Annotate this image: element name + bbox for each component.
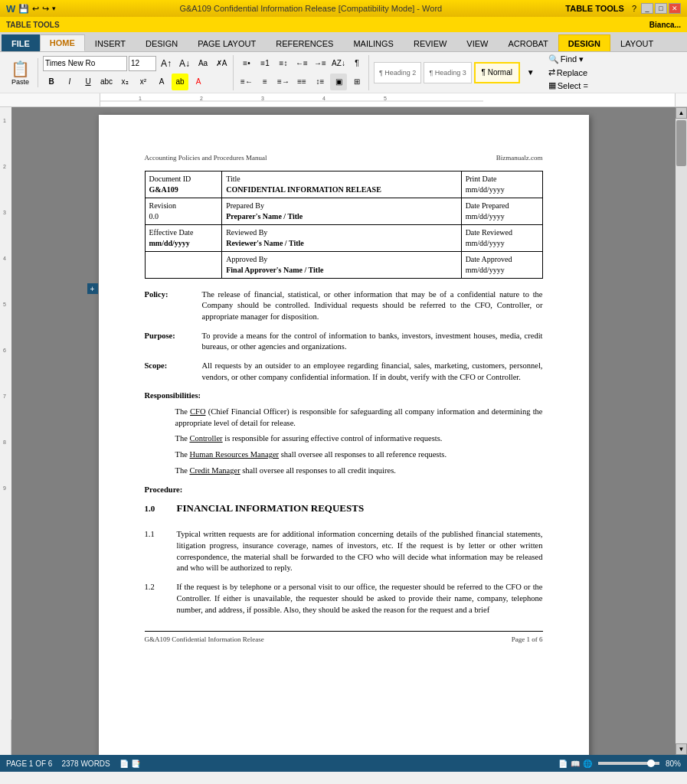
tab-bar: FILE HOME INSERT DESIGN PAGE LAYOUT REFE… <box>0 32 687 52</box>
justify-button[interactable]: ≡≡ <box>293 74 310 90</box>
zoom-thumb[interactable] <box>647 760 655 767</box>
item-1-2: 1.2 If the request is by telephone or a … <box>145 582 543 616</box>
tab-home[interactable]: HOME <box>40 34 85 51</box>
svg-text:4: 4 <box>3 256 6 261</box>
replace-button[interactable]: ⇄ Replace <box>547 67 590 78</box>
credit-para: The Credit Manager shall oversee all res… <box>175 466 543 477</box>
table-cell-prepared: Prepared ByPreparer's Name / Title <box>222 198 461 224</box>
window-title: G&A109 Confidential Information Release … <box>56 4 565 13</box>
bullets-button[interactable]: ≡• <box>238 55 255 72</box>
tab-acrobat[interactable]: ACROBAT <box>498 34 558 51</box>
superscript-button[interactable]: x² <box>135 74 152 90</box>
item-1-1-number: 1.1 <box>145 529 168 574</box>
tab-mailings[interactable]: MAILINGS <box>343 34 404 51</box>
text-effects-button[interactable]: A <box>153 74 170 90</box>
tab-page-layout[interactable]: PAGE LAYOUT <box>188 34 266 51</box>
web-layout-button[interactable]: 🌐 <box>583 760 592 768</box>
scroll-down-button[interactable]: ▼ <box>676 743 687 755</box>
title-bar-controls: TABLE TOOLS ? _ □ ✕ <box>565 3 681 14</box>
multilevel-button[interactable]: ≡↕ <box>275 55 292 72</box>
item-1-1: 1.1 Typical written requests are for add… <box>145 529 543 574</box>
tab-ribbon-design[interactable]: DESIGN <box>558 34 610 51</box>
status-right: 📄 📖 🌐 80% <box>558 760 681 768</box>
title-bar: W 💾 ↩ ↪ ▾ G&A109 Confidential Informatio… <box>0 0 687 17</box>
help-button[interactable]: ? <box>632 4 636 13</box>
table-cell-reviewed: Reviewed ByReviewer's Name / Title <box>222 224 461 251</box>
clipboard-group: 📋 Paste <box>3 58 38 87</box>
restore-button[interactable]: □ <box>655 3 667 14</box>
scope-label: Scope: <box>145 361 202 383</box>
align-right-button[interactable]: ≡→ <box>275 74 292 90</box>
borders-button[interactable]: ⊞ <box>348 74 365 90</box>
numbering-button[interactable]: ≡1 <box>257 55 273 72</box>
quick-access-undo[interactable]: ↩ <box>32 4 39 14</box>
user-name: Bianca... <box>649 21 681 29</box>
hr-link: Human Resources Manager <box>189 450 279 459</box>
subscript-button[interactable]: x₂ <box>116 74 133 90</box>
scroll-thumb[interactable] <box>676 120 686 166</box>
shading-button[interactable]: ▣ <box>330 74 347 90</box>
purpose-section: Purpose: To provide a means for the cont… <box>145 331 543 353</box>
scope-section: Scope: All requests by an outsider to an… <box>145 361 543 383</box>
close-button[interactable]: ✕ <box>669 3 681 14</box>
zoom-level: 80% <box>666 760 681 768</box>
select-button[interactable]: ▦ Select = <box>547 80 590 91</box>
scroll-up-button[interactable]: ▲ <box>676 107 687 119</box>
tab-insert[interactable]: INSERT <box>85 34 136 51</box>
underline-button[interactable]: U <box>80 74 97 90</box>
font-size-input[interactable] <box>129 56 156 71</box>
font-grow-button[interactable]: A↑ <box>158 55 175 72</box>
paste-button[interactable]: 📋 Paste <box>6 58 34 87</box>
svg-text:5: 5 <box>3 302 6 307</box>
highlight-button[interactable]: ab <box>172 74 188 90</box>
font-name-input[interactable] <box>43 56 127 71</box>
full-reading-button[interactable]: 📖 <box>571 760 580 768</box>
align-center-button[interactable]: ≡ <box>257 74 273 90</box>
tab-layout[interactable]: LAYOUT <box>610 34 663 51</box>
font-group: A↑ A↓ Aa ✗A B I U abc x₂ x² A ab A <box>40 55 234 90</box>
editing-group: 🔍 Find ▾ ⇄ Replace ▦ Select = <box>544 54 593 91</box>
align-left-button[interactable]: ≡← <box>238 74 255 90</box>
vertical-ruler: 1 2 3 4 5 6 7 8 9 <box>0 107 11 755</box>
quick-access-redo[interactable]: ↪ <box>42 4 49 14</box>
italic-button[interactable]: I <box>61 74 78 90</box>
show-formatting-button[interactable]: ¶ <box>348 55 365 72</box>
clear-formatting-button[interactable]: ✗A <box>213 55 230 72</box>
style-heading2[interactable]: ¶ Heading 2 <box>374 62 421 83</box>
section-1-header: 1.0 FINANCIAL INFORMATION REQUESTS <box>145 501 543 521</box>
print-layout-button[interactable]: 📄 <box>558 760 568 768</box>
table-tools-label: TABLE TOOLS <box>565 4 624 13</box>
title-bar-left: W 💾 ↩ ↪ ▾ <box>6 3 56 15</box>
decrease-indent-button[interactable]: ←≡ <box>293 55 310 72</box>
header-left: Accounting Policies and Procedures Manua… <box>145 153 267 163</box>
change-case-button[interactable]: Aa <box>195 55 211 72</box>
table-tools-indicator: TABLE TOOLS <box>6 21 60 29</box>
strikethrough-button[interactable]: abc <box>98 74 115 90</box>
purpose-text: To provide a means for the control of in… <box>202 331 543 353</box>
style-heading3[interactable]: ¶ Heading 3 <box>424 62 471 83</box>
tab-review[interactable]: REVIEW <box>404 34 456 51</box>
minimize-button[interactable]: _ <box>641 3 653 14</box>
section-1-title: FINANCIAL INFORMATION REQUESTS <box>177 501 365 515</box>
line-spacing-button[interactable]: ↕≡ <box>312 74 329 90</box>
table-cell-approved: Approved ByFinal Approver's Name / Title <box>222 251 461 278</box>
increase-indent-button[interactable]: →≡ <box>312 55 329 72</box>
quick-access-save[interactable]: 💾 <box>18 4 29 14</box>
tab-design[interactable]: DESIGN <box>136 34 188 51</box>
styles-more-button[interactable]: ▼ <box>522 64 539 81</box>
controller-para: The Controller is responsible for assuri… <box>175 433 543 445</box>
font-shrink-button[interactable]: A↓ <box>176 55 193 72</box>
document-area[interactable]: Accounting Policies and Procedures Manua… <box>11 107 676 755</box>
font-color-button[interactable]: A <box>190 74 207 90</box>
tab-view[interactable]: VIEW <box>456 34 498 51</box>
sort-button[interactable]: AZ↓ <box>330 55 347 72</box>
add-row-button[interactable]: + <box>87 283 98 294</box>
table-cell-date-approved: Date Approvedmm/dd/yyyy <box>461 251 542 278</box>
svg-text:5: 5 <box>384 96 387 101</box>
tab-references[interactable]: REFERENCES <box>266 34 343 51</box>
bold-button[interactable]: B <box>43 74 60 90</box>
tab-file[interactable]: FILE <box>2 34 40 51</box>
find-button[interactable]: 🔍 Find ▾ <box>547 54 590 65</box>
style-normal[interactable]: ¶ Normal <box>474 62 520 83</box>
zoom-slider[interactable] <box>598 762 659 765</box>
